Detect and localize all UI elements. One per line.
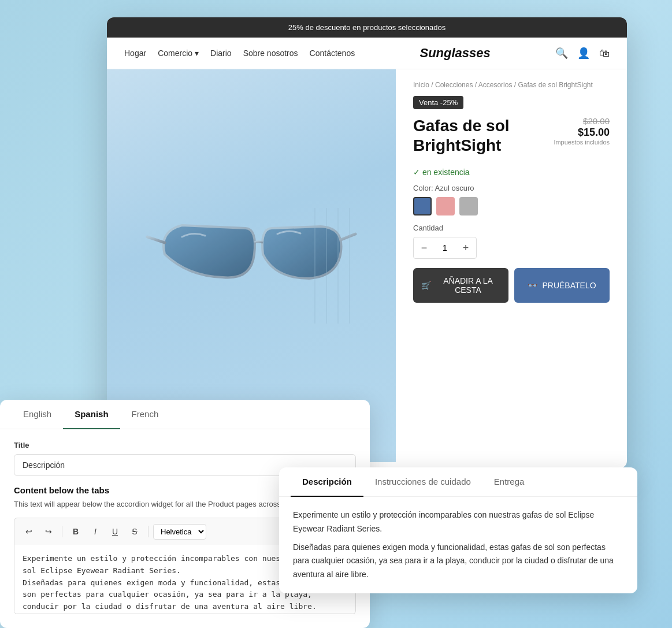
product-title: Gafas de sol BrightSight [413,116,552,155]
nav-sobre[interactable]: Sobre nosotros [243,49,298,58]
title-field-label: Title [14,441,356,449]
nav-diario[interactable]: Diario [210,49,232,58]
quantity-label: Cantidad [413,224,610,232]
redo-btn[interactable]: ↪ [40,523,57,540]
breadcrumb-inicio[interactable]: Inicio [413,81,429,89]
color-swatches [413,197,610,215]
quantity-control: − 1 + [413,237,477,259]
price-new: $15.00 [578,127,610,138]
quantity-increase-btn[interactable]: + [455,237,476,258]
breadcrumb: Inicio / Colecciones / Accesorios / Gafa… [413,81,610,89]
bold-btn[interactable]: B [67,523,84,540]
cart-icon[interactable]: 🛍 [599,47,610,60]
quantity-section: Cantidad − 1 + [413,224,610,259]
nav-links: Hogar Comercio ▾ Diario Sobre nosotros C… [124,49,355,58]
toolbar-divider-1 [62,526,62,537]
description-paragraph-1: Experimente un estilo y protección incom… [293,508,623,536]
language-tabs: English Spanish French [0,400,370,429]
svg-line-1 [341,234,355,240]
price-row: Gafas de sol BrightSight $20.00 $15.00 I… [413,116,610,162]
product-tab-content: Experimente un estilo y protección incom… [279,497,637,593]
swatch-blue[interactable] [413,197,432,215]
navigation: Hogar Comercio ▾ Diario Sobre nosotros C… [107,38,627,69]
tab-entrega[interactable]: Entrega [482,467,536,497]
tab-english[interactable]: English [12,400,63,429]
tab-french[interactable]: French [120,400,170,429]
description-paragraph-2: Diseñadas para quienes exigen moda y fun… [293,541,623,582]
quantity-value: 1 [435,243,455,252]
nav-hogar[interactable]: Hogar [124,49,146,58]
color-section: Color: Azul oscuro [413,184,610,215]
toolbar-divider-2 [148,526,148,537]
nav-contactenos[interactable]: Contáctenos [310,49,355,58]
stock-status: ✓ en existencia [413,168,610,177]
nav-comercio[interactable]: Comercio ▾ [158,49,199,58]
nav-icons: 🔍 👤 🛍 [555,47,610,60]
swatch-gray[interactable] [459,197,478,215]
color-label: Color: Azul oscuro [413,184,610,192]
tab-spanish[interactable]: Spanish [63,400,120,429]
site-logo: Sunglasses [355,46,555,61]
undo-btn[interactable]: ↩ [20,523,38,540]
product-info: Inicio / Colecciones / Accesorios / Gafa… [396,69,627,462]
cart-icon: 🛒 [421,281,431,290]
product-tabs-panel: Descripción Instrucciones de cuidado Ent… [279,467,637,593]
price-old: $20.00 [583,116,610,126]
italic-btn[interactable]: I [87,523,104,540]
try-on-button[interactable]: 👓 PRUÉBATELO [514,268,610,303]
search-icon[interactable]: 🔍 [555,47,568,60]
tab-descripcion[interactable]: Descripción [291,467,363,497]
breadcrumb-accesorios[interactable]: Accesorios [478,81,513,89]
breadcrumb-product: Gafas de sol BrightSight [518,81,592,89]
announcement-bar: 25% de descuento en productos selecciona… [107,17,627,38]
tab-instrucciones[interactable]: Instrucciones de cuidado [363,467,482,497]
account-icon[interactable]: 👤 [577,47,590,60]
strikethrough-btn[interactable]: S [126,523,143,540]
announcement-text: 25% de descuento en productos selecciona… [288,23,445,32]
breadcrumb-colecciones[interactable]: Colecciones [435,81,473,89]
tax-note: Impuestos incluidos [552,139,610,146]
sale-badge: Venta -25% [413,96,463,109]
swatch-pink[interactable] [436,197,455,215]
glasses-icon: 👓 [528,281,537,290]
svg-line-0 [147,237,165,243]
quantity-decrease-btn[interactable]: − [414,237,435,258]
underline-btn[interactable]: U [106,523,124,540]
font-select[interactable]: Helvetica Arial Georgia [153,524,206,540]
action-buttons: 🛒 AÑADIR A LA CESTA 👓 PRUÉBATELO [413,268,610,303]
add-to-cart-button[interactable]: 🛒 AÑADIR A LA CESTA [413,268,508,303]
product-tabs-nav: Descripción Instrucciones de cuidado Ent… [279,467,637,497]
chevron-down-icon: ▾ [195,49,199,58]
